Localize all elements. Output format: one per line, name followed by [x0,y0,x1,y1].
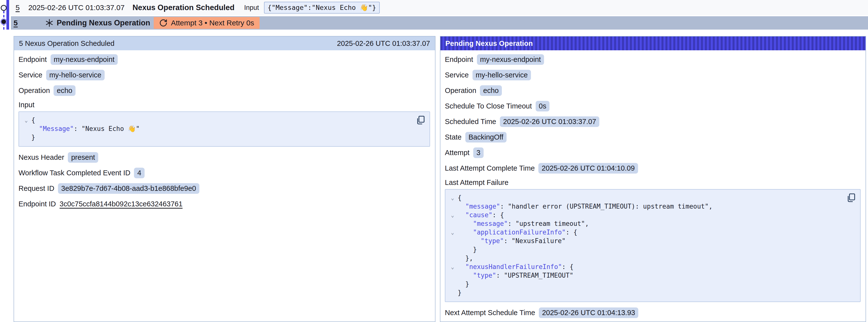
json-line: ⌄{ [21,116,412,125]
field-value-badge: present [68,152,98,163]
field-label: Request ID [19,185,54,193]
event-title: Nexus Operation Scheduled [132,3,235,12]
field-label: Endpoint [19,56,47,64]
field-label: Last Attempt Complete Time [445,164,535,172]
field-label: Nexus Header [19,153,64,161]
pending-asterisk-icon [45,19,54,27]
json-line: "message": "upstream timeout", [447,219,843,228]
event-marker-open-circle-icon [1,5,7,11]
json-line: "type": "NexusFailure" [447,237,843,245]
field-label: Attempt [445,149,469,157]
event-timeline-rail [0,0,13,37]
json-line: "message": "handler error (UPSTREAM_TIME… [447,202,843,211]
json-line: ⌄"nexusHandlerFailureInfo": { [447,263,843,271]
input-preview-chip: {"Message":"Nexus Echo 👋"} [264,2,379,13]
field-workflow-task-completed-event-id: Workflow Task Completed Event ID 4 [19,168,430,178]
collapse-chevron-icon[interactable] [447,254,458,263]
pending-panel-header: Pending Nexus Operation [440,36,866,50]
field-request-id: Request ID 3e829b7e-7d67-4b08-aad3-b1e86… [19,183,430,194]
scheduled-panel-timestamp: 2025-02-26 UTC 01:03:37.07 [337,39,430,47]
field-value-badge: my-nexus-endpoint [477,54,544,65]
failure-json-viewer: ⌄{ "message": "handler error (UPSTREAM_T… [445,189,861,302]
pending-event-id-link[interactable]: 5 [13,19,18,27]
field-label: Workflow Task Completed Event ID [19,169,130,177]
json-line: ⌄"cause": { [447,211,843,219]
endpoint-id-link[interactable]: 3c0c75ccfa8144b092c13ce632463761 [60,200,183,208]
field-operation: Operation echo [445,85,861,96]
json-line: } [447,288,843,297]
field-value-badge: 0s [536,101,550,111]
json-line: ⌄"applicationFailureInfo": { [447,228,843,237]
field-schedule-to-close-timeout: Schedule To Close Timeout 0s [445,101,861,111]
collapse-chevron-icon[interactable] [447,219,458,228]
field-label: Service [19,71,42,79]
field-scheduled-time: Scheduled Time 2025-02-26 UTC 01:03:37.0… [445,117,861,127]
pending-panel-title: Pending Nexus Operation [445,39,533,47]
detail-panels: 5 Nexus Operation Scheduled 2025-02-26 U… [13,36,866,322]
event-marker-filled-circle-icon [0,19,7,25]
event-row-pending[interactable]: 5 Pending Nexus Operation Attempt 3 • Ne… [11,16,868,30]
collapse-chevron-icon[interactable]: ⌄ [447,228,458,237]
pending-panel-body: Endpoint my-nexus-endpoint Service my-he… [440,50,866,318]
failure-section-label: Last Attempt Failure [445,179,861,187]
field-nexus-header: Nexus Header present [19,152,430,163]
json-line: } [447,245,843,254]
collapse-chevron-icon[interactable]: ⌄ [447,194,458,202]
event-timestamp: 2025-02-26 UTC 01:03:37.07 [28,3,125,12]
copy-button[interactable] [415,115,426,125]
pending-detail-panel: Pending Nexus Operation Endpoint my-nexu… [440,36,866,322]
json-line: }, [447,254,843,263]
collapse-chevron-icon[interactable] [447,271,458,280]
collapse-chevron-icon[interactable] [21,125,31,133]
field-label: Schedule To Close Timeout [445,102,532,110]
field-label: Service [445,71,469,79]
collapse-chevron-icon[interactable]: ⌄ [447,211,458,219]
timeline-bar [6,0,9,30]
copy-button[interactable] [846,193,856,203]
json-line: ⌄{ [447,194,843,202]
scheduled-panel-body: Endpoint my-nexus-endpoint Service my-he… [14,50,435,209]
json-line: } [21,133,412,142]
field-value-badge: echo [480,85,502,96]
field-next-attempt-schedule-time: Next Attempt Schedule Time 2025-02-26 UT… [445,308,861,318]
field-value-badge: my-hello-service [472,70,531,80]
field-state: State BackingOff [445,132,861,142]
collapse-chevron-icon[interactable] [447,202,458,211]
field-attempt: Attempt 3 [445,148,861,158]
field-label: Endpoint [445,56,473,64]
field-last-attempt-complete-time: Last Attempt Complete Time 2025-02-26 UT… [445,163,861,173]
field-endpoint: Endpoint my-nexus-endpoint [19,54,430,65]
field-value-badge: 2025-02-26 UTC 01:04:13.93 [539,308,638,318]
field-value-badge: echo [54,85,75,96]
field-service: Service my-hello-service [445,70,861,80]
retry-icon [159,19,167,27]
field-label: Scheduled Time [445,118,496,126]
json-line: "type": "UPSTREAM_TIMEOUT" [447,271,843,280]
collapse-chevron-icon[interactable] [447,280,458,288]
collapse-chevron-icon[interactable]: ⌄ [447,263,458,271]
scheduled-panel-header: 5 Nexus Operation Scheduled 2025-02-26 U… [14,36,435,50]
collapse-chevron-icon[interactable] [447,237,458,245]
scheduled-detail-panel: 5 Nexus Operation Scheduled 2025-02-26 U… [13,36,435,322]
json-line: "Message": "Nexus Echo 👋" [21,125,412,133]
collapse-chevron-icon[interactable] [21,133,31,142]
field-value-badge: 4 [134,168,144,178]
copy-icon [415,115,426,125]
collapse-chevron-icon[interactable] [447,245,458,254]
input-section-label: Input [19,101,430,109]
field-label: Endpoint ID [19,200,56,208]
event-id-link[interactable]: 5 [16,3,20,12]
copy-icon [846,193,856,203]
field-endpoint-id: Endpoint ID 3c0c75ccfa8144b092c13ce63246… [19,199,430,209]
field-label: Next Attempt Schedule Time [445,309,535,317]
retry-attempt-badge: Attempt 3 • Next Retry 0s [154,17,259,29]
collapse-chevron-icon[interactable] [447,288,458,297]
event-row-scheduled[interactable]: 5 2025-02-26 UTC 01:03:37.07 Nexus Opera… [9,0,868,15]
input-json-viewer: ⌄{ "Message": "Nexus Echo 👋" } [19,111,430,147]
field-value-badge: 3e829b7e-7d67-4b08-aad3-b1e868bfe9e0 [58,183,199,194]
scheduled-panel-title: 5 Nexus Operation Scheduled [19,39,115,47]
retry-badge-text: Attempt 3 • Next Retry 0s [171,19,254,27]
collapse-chevron-icon[interactable]: ⌄ [21,116,31,125]
field-endpoint: Endpoint my-nexus-endpoint [445,54,861,65]
pending-title: Pending Nexus Operation [57,19,150,27]
